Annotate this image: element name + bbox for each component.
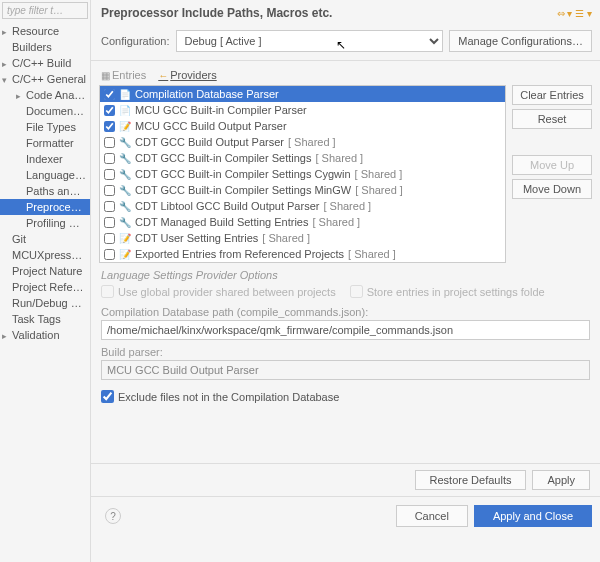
move-up-button[interactable]: Move Up [512,155,592,175]
provider-checkbox[interactable] [104,153,115,164]
header-toolbar-icons[interactable]: ⇔ ▾ ☰ ▾ [557,8,592,19]
page-title: Preprocessor Include Paths, Macros etc. [101,6,332,20]
db-path-input[interactable] [101,320,590,340]
provider-checkbox[interactable] [104,233,115,244]
help-icon[interactable]: ? [105,508,121,524]
provider-icon: 📝 [119,249,131,260]
clear-entries-button[interactable]: Clear Entries [512,85,592,105]
provider-row[interactable]: 📝Exported Entries from Referenced Projec… [100,246,505,262]
use-global-checkbox[interactable]: Use global provider shared between proje… [101,285,336,298]
provider-row[interactable]: 🔧CDT Managed Build Setting Entries [ Sha… [100,214,505,230]
shared-badge: [ Shared ] [355,168,403,180]
provider-options: Language Settings Provider Options Use g… [91,263,600,463]
providers-list[interactable]: 📄Compilation Database Parser📄MCU GCC Bui… [99,85,506,263]
main-panel: Preprocessor Include Paths, Macros etc. … [91,0,600,562]
exclude-checkbox[interactable]: Exclude files not in the Compilation Dat… [101,390,590,403]
provider-icon: 🔧 [119,201,131,212]
configuration-label: Configuration: [101,35,170,47]
providers-icon: ← [158,70,168,81]
tree-item[interactable]: MCUXpresso C [0,247,90,263]
cancel-button[interactable]: Cancel [396,505,468,527]
provider-checkbox[interactable] [104,89,115,100]
provider-icon: 📝 [119,121,131,132]
provider-icon: 📄 [119,105,131,116]
tree-item[interactable]: Profiling Cate [0,215,90,231]
provider-checkbox[interactable] [104,121,115,132]
tree-item[interactable]: Project Nature [0,263,90,279]
provider-row[interactable]: 🔧CDT GCC Built-in Compiler Settings Cygw… [100,166,505,182]
provider-label: Compilation Database Parser [135,88,279,100]
reset-button[interactable]: Reset [512,109,592,129]
apply-button[interactable]: Apply [532,470,590,490]
provider-row[interactable]: 🔧CDT GCC Built-in Compiler Settings [ Sh… [100,150,505,166]
provider-row[interactable]: 🔧CDT GCC Built-in Compiler Settings MinG… [100,182,505,198]
tree-item[interactable]: Formatter [0,135,90,151]
tree-item[interactable]: ▸C/C++ Build [0,55,90,71]
tree-item[interactable]: Project Referen [0,279,90,295]
dialog-footer: ? Cancel Apply and Close [91,496,600,535]
shared-badge: [ Shared ] [323,200,371,212]
tree-item[interactable]: ▸Validation [0,327,90,343]
provider-row[interactable]: 📄Compilation Database Parser [100,86,505,102]
tree-item[interactable]: ▾C/C++ General [0,71,90,87]
page-header: Preprocessor Include Paths, Macros etc. … [91,0,600,28]
provider-checkbox[interactable] [104,185,115,196]
provider-row[interactable]: 📝MCU GCC Build Output Parser [100,118,505,134]
shared-badge: [ Shared ] [315,152,363,164]
provider-label: CDT GCC Built-in Compiler Settings [135,152,311,164]
tree-item[interactable]: Preprocessor [0,199,90,215]
provider-label: CDT User Setting Entries [135,232,258,244]
provider-checkbox[interactable] [104,169,115,180]
build-parser-input[interactable] [101,360,590,380]
tab-providers[interactable]: ←Providers [158,69,216,81]
provider-row[interactable]: 🔧CDT GCC Build Output Parser [ Shared ] [100,134,505,150]
provider-row[interactable]: 📄MCU GCC Built-in Compiler Parser [100,102,505,118]
tree-item[interactable]: Run/Debug Set [0,295,90,311]
provider-row[interactable]: 🔧CDT Libtool GCC Build Output Parser [ S… [100,198,505,214]
filter-input[interactable]: type filter t… [2,2,88,19]
store-entries-checkbox[interactable]: Store entries in project settings folde [350,285,545,298]
provider-checkbox[interactable] [104,201,115,212]
shared-badge: [ Shared ] [312,216,360,228]
options-title: Language Settings Provider Options [101,269,590,281]
tree-item[interactable]: Task Tags [0,311,90,327]
tree-item[interactable]: ▸Code Analysis [0,87,90,103]
provider-checkbox[interactable] [104,137,115,148]
shared-badge: [ Shared ] [348,248,396,260]
provider-label: MCU GCC Build Output Parser [135,120,287,132]
manage-configurations-button[interactable]: Manage Configurations… [449,30,592,52]
provider-label: Exported Entries from Referenced Project… [135,248,344,260]
restore-defaults-button[interactable]: Restore Defaults [415,470,527,490]
tab-entries[interactable]: ▦Entries [101,69,146,81]
provider-label: CDT Libtool GCC Build Output Parser [135,200,319,212]
shared-badge: [ Shared ] [288,136,336,148]
apply-and-close-button[interactable]: Apply and Close [474,505,592,527]
provider-label: CDT GCC Built-in Compiler Settings Cygwi… [135,168,351,180]
db-path-label: Compilation Database path (compile_comma… [101,306,590,318]
tree-item[interactable]: Git [0,231,90,247]
build-parser-label: Build parser: [101,346,590,358]
provider-label: MCU GCC Built-in Compiler Parser [135,104,307,116]
provider-icon: 🔧 [119,153,131,164]
tree-item[interactable]: Indexer [0,151,90,167]
provider-checkbox[interactable] [104,217,115,228]
tree-item[interactable]: Builders [0,39,90,55]
provider-label: CDT GCC Built-in Compiler Settings MinGW [135,184,351,196]
entries-icon: ▦ [101,70,110,81]
configuration-select[interactable]: Debug [ Active ] [176,30,444,52]
provider-row[interactable]: 📝CDT User Setting Entries [ Shared ] [100,230,505,246]
provider-icon: 📄 [119,89,131,100]
tree-item[interactable]: File Types [0,119,90,135]
preferences-tree: ▸ResourceBuilders▸C/C++ Build▾C/C++ Gene… [0,21,90,562]
move-down-button[interactable]: Move Down [512,179,592,199]
shared-badge: [ Shared ] [262,232,310,244]
tree-item[interactable]: Paths and Sym [0,183,90,199]
provider-icon: 🔧 [119,217,131,228]
provider-checkbox[interactable] [104,105,115,116]
tree-item[interactable]: ▸Resource [0,23,90,39]
provider-checkbox[interactable] [104,249,115,260]
provider-icon: 🔧 [119,185,131,196]
tree-item[interactable]: Language Ma [0,167,90,183]
tree-item[interactable]: Documentatio [0,103,90,119]
shared-badge: [ Shared ] [355,184,403,196]
